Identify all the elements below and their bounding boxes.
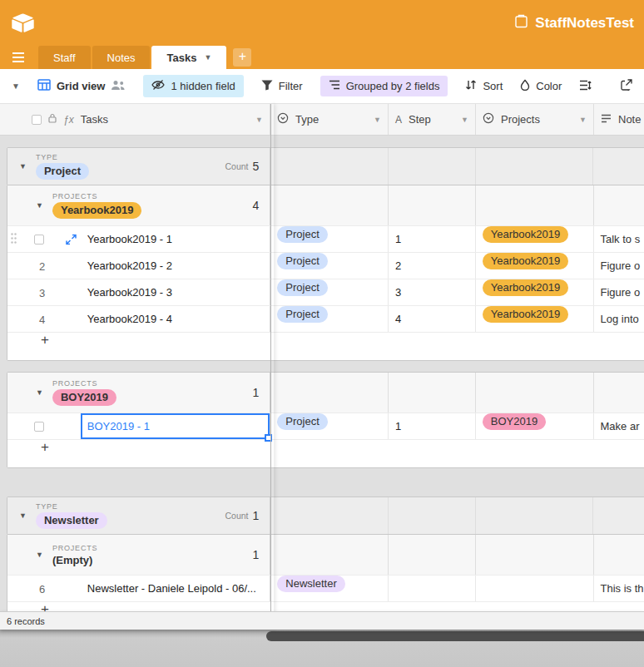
collapse-group-icon[interactable]: ▼ bbox=[36, 551, 43, 559]
menu-icon[interactable] bbox=[12, 52, 25, 63]
cell-note[interactable]: Figure o bbox=[594, 279, 644, 305]
tab-staff[interactable]: Staff bbox=[38, 46, 91, 69]
group-value-badge: BOY2019 bbox=[52, 389, 116, 406]
cell-note[interactable]: Figure o bbox=[594, 253, 644, 279]
cell-projects[interactable]: Yearbook2019 bbox=[476, 306, 594, 332]
column-label: Step bbox=[409, 113, 431, 126]
subgroup-empty: ▼ PROJECTS (Empty) 1 6 Newsletter - Dani… bbox=[7, 534, 644, 611]
column-label: Note bbox=[618, 113, 641, 126]
cell-type[interactable]: Project bbox=[270, 226, 389, 252]
filter-button[interactable]: Filter bbox=[261, 80, 303, 93]
tab-tasks[interactable]: Tasks ▼ bbox=[151, 46, 226, 69]
filter-label: Filter bbox=[279, 80, 303, 92]
chevron-down-icon[interactable]: ▼ bbox=[204, 53, 211, 62]
cell-step[interactable]: 1 bbox=[389, 413, 476, 439]
cell-task[interactable]: Yearbook2019 - 2 bbox=[81, 253, 271, 279]
group-count: 4 bbox=[253, 199, 260, 212]
color-icon bbox=[520, 79, 530, 93]
row-number: 4 bbox=[39, 313, 45, 325]
group-header-type-project[interactable]: ▼ TYPE Project Count 5 bbox=[7, 147, 644, 185]
cell-type[interactable]: Newsletter bbox=[270, 576, 389, 601]
column-header-type[interactable]: Type ▼ bbox=[270, 104, 389, 135]
row-checkbox[interactable] bbox=[34, 422, 44, 432]
collapse-group-icon[interactable]: ▼ bbox=[36, 388, 43, 397]
select-all-checkbox[interactable] bbox=[32, 115, 42, 125]
cell-projects[interactable] bbox=[476, 576, 594, 601]
column-header-projects[interactable]: Projects ▼ bbox=[476, 104, 594, 135]
airtable-logo[interactable] bbox=[12, 13, 34, 32]
cell-projects[interactable]: Yearbook2019 bbox=[476, 226, 594, 252]
cell-task[interactable]: Yearbook2019 - 3 bbox=[81, 279, 271, 305]
cell-step[interactable]: 2 bbox=[389, 253, 476, 279]
view-switcher[interactable]: Grid view bbox=[37, 79, 126, 93]
chevron-down-icon[interactable]: ▼ bbox=[255, 116, 263, 124]
row-checkbox[interactable] bbox=[34, 235, 44, 245]
collapse-group-icon[interactable]: ▼ bbox=[36, 201, 43, 210]
drag-handle-icon[interactable] bbox=[10, 232, 17, 247]
subgroup-header[interactable]: ▼ PROJECTS (Empty) 1 bbox=[7, 535, 644, 575]
share-view-button[interactable] bbox=[621, 79, 632, 93]
cell-note[interactable]: Talk to s bbox=[594, 226, 644, 252]
tab-notes[interactable]: Notes bbox=[92, 46, 151, 69]
cell-type[interactable]: Project bbox=[270, 306, 389, 332]
collapse-group-icon[interactable]: ▼ bbox=[19, 511, 27, 520]
cell-projects[interactable]: Yearbook2019 bbox=[476, 253, 594, 279]
cell-step[interactable]: 3 bbox=[389, 279, 476, 305]
add-row-button[interactable]: + bbox=[7, 601, 644, 611]
cell-task-selected[interactable]: BOY2019 - 1 bbox=[81, 413, 271, 439]
type-badge: Project bbox=[277, 413, 327, 430]
cell-projects[interactable]: Yearbook2019 bbox=[476, 279, 594, 305]
subgroup-header[interactable]: ▼ PROJECTS BOY2019 1 bbox=[7, 373, 644, 413]
hidden-fields-label: 1 hidden field bbox=[171, 80, 235, 92]
row-height-button[interactable] bbox=[579, 80, 592, 93]
cell-note[interactable]: This is th bbox=[594, 576, 644, 601]
cell-note[interactable]: Make ar bbox=[594, 413, 644, 439]
group-field-label: PROJECTS bbox=[52, 192, 141, 200]
expand-record-icon[interactable] bbox=[66, 234, 77, 245]
chevron-down-icon[interactable]: ▼ bbox=[461, 116, 468, 124]
text-field-icon: A bbox=[395, 114, 402, 126]
chevron-down-icon[interactable]: ▼ bbox=[579, 116, 587, 124]
table-row: 4 Yearbook2019 - 4 Project 4 Yearbook201… bbox=[7, 305, 644, 332]
add-table-button[interactable]: + bbox=[233, 48, 251, 67]
chevron-down-icon[interactable]: ▼ bbox=[374, 116, 381, 124]
group-field-label: PROJECTS bbox=[52, 379, 116, 388]
add-row-button[interactable]: + bbox=[7, 332, 644, 360]
add-row-button[interactable]: + bbox=[7, 439, 644, 467]
frozen-column-divider[interactable] bbox=[270, 104, 274, 630]
cell-type[interactable]: Project bbox=[270, 413, 389, 439]
cell-note[interactable]: Log into bbox=[594, 306, 644, 332]
collaborators-icon[interactable] bbox=[111, 80, 126, 93]
tab-label: Notes bbox=[107, 52, 136, 64]
cell-type[interactable]: Project bbox=[270, 279, 389, 305]
subgroup-header[interactable]: ▼ PROJECTS Yearbook2019 4 bbox=[7, 185, 644, 225]
column-header-row: ƒx Tasks ▼ Type ▼ A Step ▼ Projects bbox=[0, 104, 644, 136]
cell-task[interactable]: Newsletter - Daniele Leipold - 06/... bbox=[81, 576, 271, 601]
cell-step[interactable] bbox=[389, 576, 476, 601]
cell-task[interactable]: Yearbook2019 - 1 bbox=[81, 226, 271, 252]
cell-type[interactable]: Project bbox=[270, 253, 389, 279]
formula-icon: ƒx bbox=[63, 114, 74, 126]
column-header-tasks[interactable]: ƒx Tasks ▼ bbox=[0, 104, 270, 135]
collapse-sidebar-icon[interactable]: ▼ bbox=[12, 82, 20, 91]
column-header-step[interactable]: A Step ▼ bbox=[389, 104, 476, 135]
plus-icon: + bbox=[41, 602, 49, 611]
cell-step[interactable]: 1 bbox=[389, 226, 476, 252]
group-button[interactable]: Grouped by 2 fields bbox=[320, 76, 448, 96]
hidden-fields-button[interactable]: 1 hidden field bbox=[143, 75, 243, 97]
records-area: ▼ TYPE Project Count 5 bbox=[0, 136, 644, 611]
row-head bbox=[7, 226, 81, 252]
cell-projects[interactable]: BOY2019 bbox=[476, 413, 594, 439]
collapse-group-icon[interactable]: ▼ bbox=[19, 162, 27, 170]
color-button[interactable]: Color bbox=[520, 79, 562, 93]
sort-button[interactable]: Sort bbox=[465, 80, 503, 92]
column-label: Tasks bbox=[81, 113, 108, 126]
group-header-type-newsletter[interactable]: ▼ TYPE Newsletter Count 1 bbox=[7, 497, 644, 535]
column-header-note[interactable]: Note bbox=[594, 104, 644, 135]
cell-task[interactable]: Yearbook2019 - 4 bbox=[81, 306, 271, 332]
top-header: StaffNotesTest bbox=[0, 0, 644, 46]
horizontal-scrollbar[interactable] bbox=[266, 631, 644, 641]
cell-step[interactable]: 4 bbox=[389, 306, 476, 332]
airtable-base-window: StaffNotesTest Staff Notes Tasks ▼ + ▼ G… bbox=[0, 0, 644, 667]
project-badge: Yearbook2019 bbox=[483, 279, 568, 296]
